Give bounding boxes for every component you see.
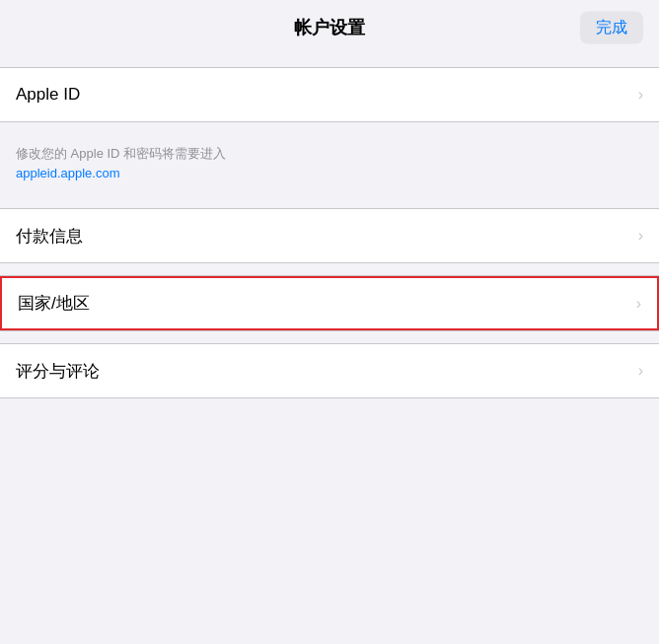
chevron-icon: › [638,86,643,104]
apple-id-row[interactable]: Apple ID › [0,68,659,121]
header: 帐户设置 完成 [0,0,659,55]
ratings-section: 评分与评论 › [0,343,659,398]
chevron-icon: › [638,227,643,245]
payment-info-label: 付款信息 [16,225,83,248]
chevron-icon: › [636,295,641,313]
apple-id-link[interactable]: appleid.apple.com [16,166,120,180]
ratings-reviews-row[interactable]: 评分与评论 › [0,344,659,397]
page-title: 帐户设置 [294,16,365,39]
payment-section: 付款信息 › [0,208,659,263]
apple-id-info-text: 修改您的 Apple ID 和密码将需要进入 appleid.apple.com [16,144,643,182]
apple-id-info: 修改您的 Apple ID 和密码将需要进入 appleid.apple.com [0,134,659,196]
ratings-reviews-label: 评分与评论 [16,360,100,383]
chevron-icon: › [638,362,643,380]
apple-id-label: Apple ID [16,85,80,105]
payment-info-row[interactable]: 付款信息 › [0,209,659,262]
country-region-section: 国家/地区 › [0,275,659,331]
done-button[interactable]: 完成 [580,12,643,44]
country-region-label: 国家/地区 [18,292,90,315]
country-region-row[interactable]: 国家/地区 › [0,276,659,330]
apple-id-section: Apple ID › [0,67,659,122]
